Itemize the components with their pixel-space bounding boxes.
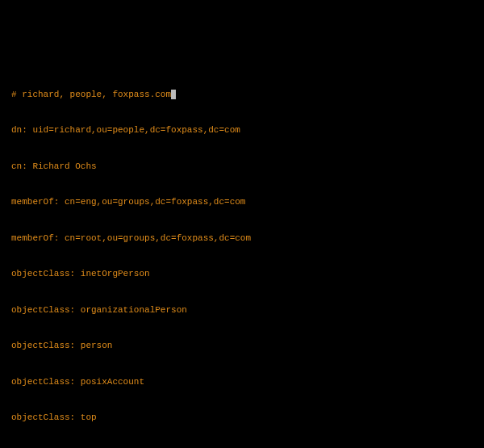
ldap-entry-comment: # richard, people, foxpass.com (11, 90, 171, 99)
ldap-line: memberOf: cn=eng,ou=groups,dc=foxpass,dc… (11, 196, 476, 208)
ldap-line: objectClass: inetOrgPerson (11, 268, 476, 280)
terminal-cursor (171, 90, 176, 99)
ldap-line: cn: Richard Ochs (11, 161, 476, 173)
ldap-line: objectClass: top (11, 412, 476, 424)
ldap-line: objectClass: organizationalPerson (11, 304, 476, 316)
ldap-line: dn: uid=richard,ou=people,dc=foxpass,dc=… (11, 124, 476, 136)
ldap-line: memberOf: cn=root,ou=groups,dc=foxpass,d… (11, 232, 476, 245)
ldap-line: objectClass: posixAccount (11, 376, 476, 388)
ldap-line: objectClass: person (11, 340, 476, 352)
terminal-output: # richard, people, foxpass.com dn: uid=r… (11, 65, 476, 448)
ldap-comment-line: # richard, people, foxpass.com (11, 89, 476, 101)
